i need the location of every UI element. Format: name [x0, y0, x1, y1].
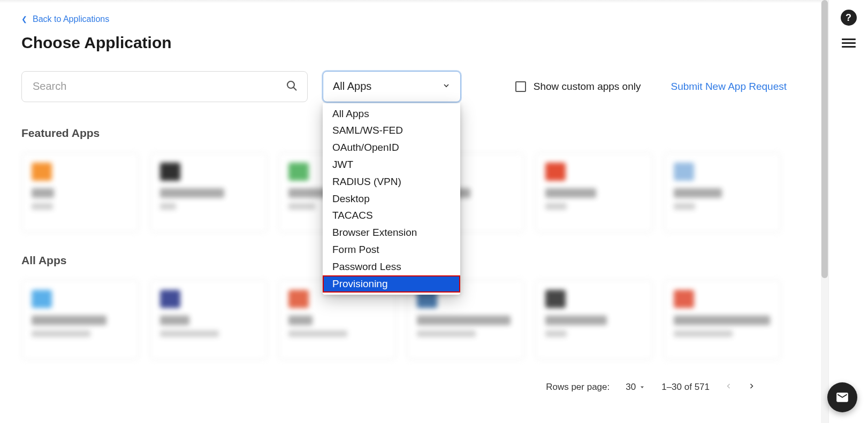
- app-name: [160, 316, 189, 325]
- rows-per-page-label: Rows per page:: [546, 382, 610, 393]
- app-name: [545, 316, 607, 325]
- search-input[interactable]: [21, 71, 308, 102]
- filter-selected-label: All Apps: [333, 80, 371, 93]
- show-custom-apps-checkbox[interactable]: Show custom apps only: [515, 81, 641, 93]
- scrollbar-thumb[interactable]: [821, 0, 828, 278]
- filter-option[interactable]: SAML/WS-FED: [323, 122, 460, 139]
- app-type-label: [674, 330, 733, 337]
- main-content: ❮ Back to Applications Choose Applicatio…: [0, 0, 808, 394]
- page-title: Choose Application: [21, 34, 787, 52]
- app-type-label: [288, 203, 315, 210]
- app-type-label: [545, 203, 567, 210]
- app-icon: [32, 163, 52, 181]
- app-card[interactable]: [150, 152, 268, 233]
- filter-wrap: All Apps All AppsSAML/WS-FEDOAuth/OpenID…: [323, 71, 461, 102]
- filter-option[interactable]: RADIUS (VPN): [323, 173, 460, 190]
- app-card[interactable]: [21, 280, 139, 360]
- app-card[interactable]: [664, 280, 781, 360]
- hamburger-menu-icon[interactable]: [842, 39, 856, 48]
- back-link-text: Back to Applications: [33, 14, 109, 24]
- app-card[interactable]: [21, 152, 139, 233]
- search-wrap: [21, 71, 308, 102]
- chevron-left-icon: ❮: [21, 15, 27, 23]
- app-type-label: [674, 203, 695, 210]
- pagination-range: 1–30 of 571: [661, 382, 710, 393]
- filter-option[interactable]: JWT: [323, 156, 460, 173]
- chat-fab[interactable]: [827, 382, 857, 412]
- svg-marker-2: [641, 387, 644, 389]
- checkbox-box-icon: [515, 81, 526, 92]
- scrollbar[interactable]: [821, 0, 828, 423]
- app-icon: [160, 163, 180, 181]
- rows-value: 30: [626, 382, 636, 393]
- rows-per-page-select[interactable]: 30: [626, 382, 645, 393]
- chevron-down-icon: [442, 80, 451, 93]
- submit-new-app-request-link[interactable]: Submit New App Request: [671, 81, 787, 93]
- app-icon: [674, 290, 694, 308]
- app-card[interactable]: [150, 280, 268, 360]
- controls-row: All Apps All AppsSAML/WS-FEDOAuth/OpenID…: [21, 71, 787, 102]
- filter-option[interactable]: Provisioning: [323, 275, 460, 293]
- prev-page-button[interactable]: [726, 381, 732, 394]
- app-card[interactable]: [664, 152, 781, 233]
- filter-option[interactable]: TACACS: [323, 207, 460, 224]
- app-type-label: [32, 203, 53, 210]
- app-name: [545, 188, 596, 198]
- checkbox-label: Show custom apps only: [534, 81, 641, 93]
- app-icon: [545, 290, 566, 308]
- app-type-label: [545, 330, 567, 337]
- caret-down-icon: [639, 384, 645, 390]
- svg-line-1: [294, 87, 297, 90]
- app-name: [288, 316, 313, 325]
- app-icon: [288, 163, 309, 181]
- app-name: [674, 316, 770, 325]
- app-type-filter[interactable]: All Apps: [323, 71, 461, 102]
- app-icon: [288, 290, 309, 308]
- filter-option[interactable]: Form Post: [323, 241, 460, 258]
- filter-dropdown: All AppsSAML/WS-FEDOAuth/OpenIDJWTRADIUS…: [323, 103, 460, 295]
- app-type-label: [160, 330, 219, 337]
- app-name: [674, 188, 722, 198]
- app-name: [160, 188, 224, 198]
- app-card[interactable]: [535, 152, 653, 233]
- filter-option[interactable]: Password Less: [323, 258, 460, 275]
- pagination: Rows per page: 30 1–30 of 571: [21, 381, 787, 394]
- filter-option[interactable]: Browser Extension: [323, 224, 460, 241]
- app-type-label: [32, 330, 90, 337]
- app-type-label: [160, 203, 176, 210]
- filter-option[interactable]: Desktop: [323, 190, 460, 207]
- app-card[interactable]: [535, 280, 653, 360]
- app-icon: [545, 163, 566, 181]
- mail-icon: [835, 390, 849, 404]
- filter-option[interactable]: OAuth/OpenID: [323, 139, 460, 156]
- app-name: [417, 316, 511, 325]
- app-icon: [32, 290, 52, 308]
- help-button[interactable]: ?: [841, 10, 857, 26]
- app-name: [32, 316, 106, 325]
- back-to-applications-link[interactable]: ❮ Back to Applications: [21, 14, 109, 24]
- next-page-button[interactable]: [748, 381, 755, 394]
- app-icon: [674, 163, 694, 181]
- filter-option[interactable]: All Apps: [323, 105, 460, 122]
- app-type-label: [417, 330, 476, 337]
- app-icon: [160, 290, 180, 308]
- side-rail: ?: [828, 0, 868, 423]
- svg-point-0: [287, 81, 294, 88]
- app-type-label: [288, 330, 347, 337]
- search-icon[interactable]: [285, 79, 298, 94]
- app-name: [32, 188, 54, 198]
